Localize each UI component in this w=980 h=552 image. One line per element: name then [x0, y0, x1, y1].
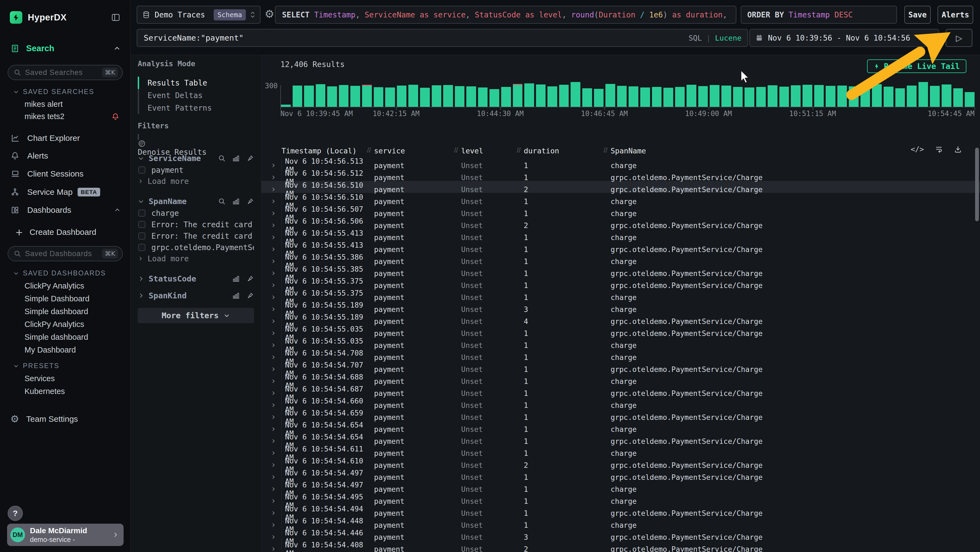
facet-header[interactable]: SpanKind	[138, 290, 254, 302]
table-row[interactable]: Nov 6 10:54:54.654 AMpaymentUnset1grpc.o…	[261, 433, 980, 445]
preset-item[interactable]: Services	[0, 372, 130, 385]
table-row[interactable]: Nov 6 10:54:54.446 AMpaymentUnset3grpc.o…	[261, 528, 980, 541]
denoise-checkbox[interactable]	[138, 134, 139, 140]
table-row[interactable]: Nov 6 10:54:55.035 AMpaymentUnset1grpc.o…	[261, 325, 980, 337]
table-row[interactable]: Nov 6 10:54:56.506 AMpaymentUnset2grpc.o…	[261, 217, 980, 229]
sidebar-item-alerts[interactable]: Alerts	[10, 150, 121, 162]
table-row[interactable]: Nov 6 10:54:55.413 AMpaymentUnset1charge	[261, 229, 980, 241]
histogram-bar[interactable]	[432, 85, 442, 107]
sidebar-item-team-settings[interactable]: ⚙ Team Settings	[10, 413, 121, 425]
histogram-bar[interactable]	[582, 88, 592, 107]
denoise-results-toggle[interactable]: Denoise Results	[138, 134, 254, 146]
pin-icon[interactable]	[247, 198, 254, 205]
histogram-bar[interactable]	[768, 85, 778, 107]
histogram-bar[interactable]	[884, 87, 893, 107]
facet-header[interactable]: StatusCode	[138, 273, 254, 285]
histogram-bar[interactable]	[814, 85, 824, 107]
table-row[interactable]: Nov 6 10:54:54.495 AMpaymentUnset1charge	[261, 493, 980, 504]
chevron-down-icon[interactable]	[138, 198, 144, 204]
load-more-button[interactable]: Load more	[138, 253, 254, 264]
histogram-bar[interactable]	[942, 85, 951, 107]
sidebar-item-service-map[interactable]: Service Map BETA	[10, 186, 121, 198]
collapse-sidebar-icon[interactable]	[111, 13, 121, 22]
expand-row-icon[interactable]	[269, 282, 282, 288]
histogram-bar[interactable]	[756, 87, 766, 107]
expand-row-icon[interactable]	[269, 319, 282, 324]
histogram-bar[interactable]	[339, 85, 349, 107]
table-row[interactable]: Nov 6 10:54:55.035 AMpaymentUnset1charge	[261, 337, 980, 349]
expand-row-icon[interactable]	[269, 163, 282, 168]
chevron-right-icon[interactable]	[138, 276, 144, 282]
table-row[interactable]: Nov 6 10:54:56.512 AMpaymentUnset1grpc.o…	[261, 169, 980, 181]
saved-dashboard-item[interactable]: Simple dashboard	[0, 331, 130, 343]
histogram-bar[interactable]	[663, 88, 673, 107]
table-row[interactable]: Nov 6 10:54:56.510 AMpaymentUnset1charge	[261, 193, 980, 205]
source-settings-gear-icon[interactable]: ⚙	[265, 8, 274, 20]
histogram-bar[interactable]	[849, 86, 859, 107]
histogram-bar[interactable]	[826, 86, 835, 107]
search-icon[interactable]	[218, 155, 226, 162]
wrap-lines-icon[interactable]	[935, 145, 943, 153]
histogram-bar[interactable]	[443, 85, 453, 107]
facet-option[interactable]: payment	[138, 164, 254, 176]
order-by-input[interactable]: ORDER BY Timestamp DESC	[741, 6, 897, 24]
histogram-bar[interactable]	[478, 88, 488, 107]
vertical-scrollbar[interactable]	[975, 148, 979, 221]
help-button[interactable]: ?	[8, 506, 23, 521]
col-duration[interactable]: ⠿duration	[524, 147, 611, 155]
table-row[interactable]: Nov 6 10:54:55.189 AMpaymentUnset4grpc.o…	[261, 313, 980, 325]
language-toggle-sql[interactable]: SQL	[689, 34, 702, 42]
expand-row-icon[interactable]	[269, 343, 282, 348]
drag-handle-icon[interactable]: ⠿	[515, 147, 520, 155]
table-row[interactable]: Nov 6 10:54:55.385 AMpaymentUnset1grpc.o…	[261, 265, 980, 277]
expand-row-icon[interactable]	[269, 498, 282, 504]
table-row[interactable]: Nov 6 10:54:54.494 AMpaymentUnset1grpc.o…	[261, 504, 980, 517]
expand-row-icon[interactable]	[269, 175, 282, 180]
table-row[interactable]: Nov 6 10:54:55.189 AMpaymentUnset3charge	[261, 301, 980, 313]
saved-dashboards-search-input[interactable]: Saved Dashboards ⌘K	[8, 246, 123, 261]
histogram-bar[interactable]	[408, 85, 418, 107]
sidebar-item-client-sessions[interactable]: Client Sessions	[10, 168, 121, 180]
expand-row-icon[interactable]	[269, 439, 282, 444]
saved-searches-search-input[interactable]: Saved Searches ⌘K	[8, 65, 123, 80]
histogram-bar[interactable]	[455, 86, 465, 107]
histogram-bar[interactable]	[780, 87, 789, 107]
histogram-bar[interactable]	[397, 86, 407, 107]
sidebar-item-dashboards[interactable]: Dashboards	[10, 204, 121, 216]
expand-row-icon[interactable]	[269, 223, 282, 228]
user-menu[interactable]: DM Dale McDiarmid demo-service -	[7, 524, 124, 546]
histogram-bar[interactable]	[675, 87, 685, 107]
table-row[interactable]: Nov 6 10:54:54.610 AMpaymentUnset2grpc.o…	[261, 457, 980, 469]
histogram-bar[interactable]	[490, 89, 499, 107]
histogram-bar[interactable]	[501, 87, 511, 107]
source-select[interactable]: Demo Traces Schema	[137, 6, 261, 24]
expand-row-icon[interactable]	[269, 258, 282, 264]
expand-row-icon[interactable]	[269, 187, 282, 192]
histogram-bar[interactable]	[721, 86, 731, 107]
histogram-bar[interactable]	[327, 86, 337, 107]
saved-dashboard-item[interactable]: ClickPy Analytics	[0, 318, 130, 331]
expand-row-icon[interactable]	[269, 367, 282, 372]
expand-row-icon[interactable]	[269, 487, 282, 492]
facet-option[interactable]: Error: The credit card …	[138, 219, 254, 230]
histogram-bar[interactable]	[350, 86, 360, 107]
table-row[interactable]: Nov 6 10:54:54.497 AMpaymentUnset1grpc.o…	[261, 469, 980, 480]
histogram-bar[interactable]	[791, 85, 800, 107]
histogram-bar[interactable]	[628, 86, 638, 107]
results-histogram[interactable]: 300	[280, 81, 975, 107]
table-row[interactable]: Nov 6 10:54:54.408 AMpaymentUnset2grpc.o…	[261, 541, 980, 552]
expand-row-icon[interactable]	[269, 463, 282, 468]
drag-handle-icon[interactable]: ⠿	[366, 147, 371, 155]
col-timestamp[interactable]: Timestamp (Local)	[282, 147, 374, 155]
histogram-bar[interactable]	[362, 86, 372, 107]
histogram-bar[interactable]	[316, 84, 326, 107]
facet-option-checkbox[interactable]	[138, 221, 145, 228]
alerts-button[interactable]: Alerts	[937, 6, 973, 24]
table-row[interactable]: Nov 6 10:54:54.660 AMpaymentUnset1charge	[261, 397, 980, 409]
expand-row-icon[interactable]	[269, 391, 282, 396]
histogram-bar[interactable]	[385, 88, 395, 107]
expand-row-icon[interactable]	[269, 211, 282, 216]
histogram-bar[interactable]	[640, 88, 650, 107]
expand-row-icon[interactable]	[269, 295, 282, 300]
table-row[interactable]: Nov 6 10:54:54.688 AMpaymentUnset1charge	[261, 373, 980, 385]
